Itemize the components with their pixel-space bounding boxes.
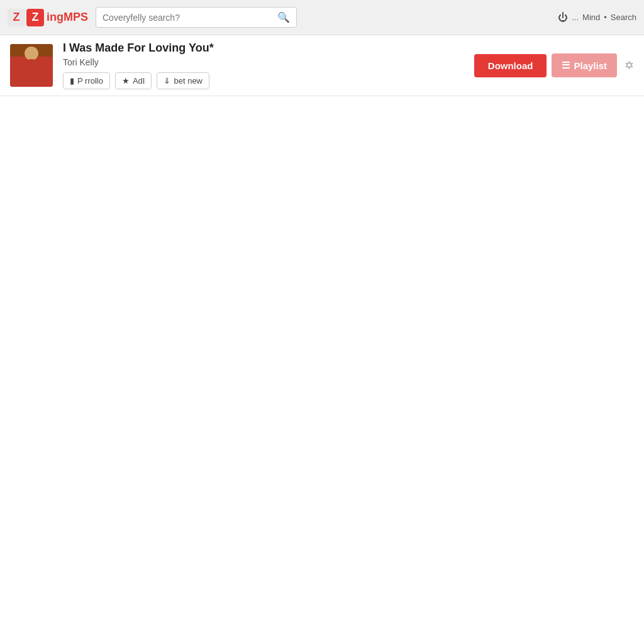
main-content <box>0 96 644 644</box>
power-icon: ⏻ <box>558 12 568 23</box>
nav-right: ⏻ ... Mind • Search <box>558 12 636 23</box>
playlist-label: Playlist <box>574 60 607 71</box>
song-right-actions: Download ☰ Playlist ✡ <box>474 53 634 77</box>
profile-button[interactable]: ▮ P rrollo <box>63 72 110 89</box>
download-small-icon: ⇓ <box>164 76 170 86</box>
song-title: I Was Made For Loving You* <box>63 42 464 55</box>
bet-button[interactable]: ⇓ bet new <box>157 72 209 89</box>
add-label: AdI <box>133 76 145 86</box>
album-art <box>10 44 53 87</box>
playlist-icon: ☰ <box>562 60 570 71</box>
add-button[interactable]: ★ AdI <box>115 72 152 89</box>
search-wrapper: 🔍 <box>96 7 297 28</box>
download-button[interactable]: Download <box>474 54 547 77</box>
profile-icon: ▮ <box>70 76 74 86</box>
navbar: Z Z ingMPS 🔍 ⏻ ... Mind • Search <box>0 0 644 35</box>
song-actions: ▮ P rrollo ★ AdI ⇓ bet new <box>63 72 464 89</box>
playlist-button[interactable]: ☰ Playlist <box>552 53 617 77</box>
nav-search-link[interactable]: Search <box>611 13 636 22</box>
logo-z2: Z <box>26 9 44 26</box>
logo-z1: Z <box>8 9 25 26</box>
logo[interactable]: Z Z ingMPS <box>8 9 88 26</box>
logo-text: ingMPS <box>47 11 88 24</box>
profile-label: P rrollo <box>77 76 103 86</box>
bet-label: bet new <box>174 76 203 86</box>
pin-icon[interactable]: ✡ <box>625 58 634 72</box>
nav-user[interactable]: Mind <box>582 13 600 22</box>
nav-separator: • <box>604 13 607 22</box>
album-art-image <box>10 44 53 87</box>
song-card: I Was Made For Loving You* Tori Kelly ▮ … <box>0 35 644 96</box>
star-icon: ★ <box>122 76 130 86</box>
nav-more[interactable]: ... <box>572 13 579 22</box>
song-artist: Tori Kelly <box>63 57 464 67</box>
search-button[interactable]: 🔍 <box>271 8 296 27</box>
search-icon: 🔍 <box>277 12 290 23</box>
song-info: I Was Made For Loving You* Tori Kelly ▮ … <box>63 42 464 89</box>
search-input[interactable] <box>96 9 271 26</box>
